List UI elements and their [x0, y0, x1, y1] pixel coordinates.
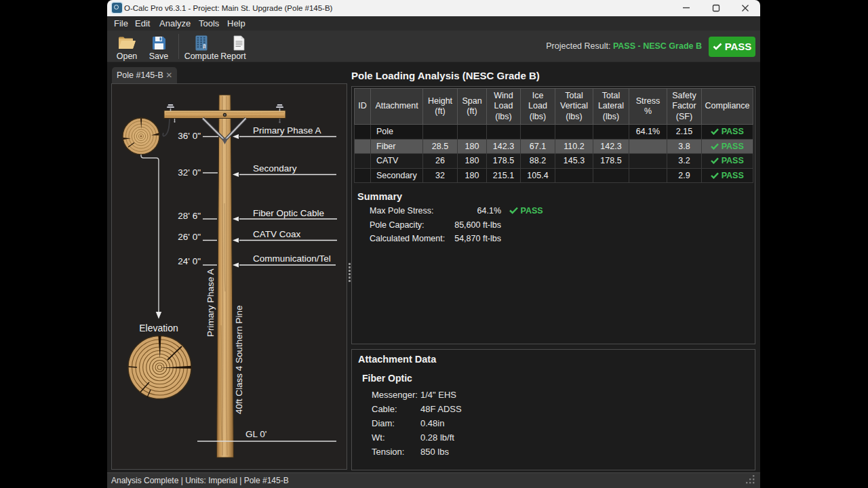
svg-text:40ft Class 4 Southern Pine: 40ft Class 4 Southern Pine: [234, 305, 244, 414]
svg-text:24' 0": 24' 0": [178, 256, 201, 266]
svg-text:Secondary: Secondary: [253, 163, 297, 174]
svg-text:36' 0": 36' 0": [178, 131, 201, 141]
svg-text:GL 0': GL 0': [245, 429, 267, 439]
svg-text:Communication/Tel: Communication/Tel: [253, 253, 331, 264]
svg-text:26' 0": 26' 0": [178, 232, 201, 242]
svg-text:1: 1: [203, 45, 206, 49]
svg-text:28' 6": 28' 6": [178, 211, 201, 221]
svg-text:Fiber Optic Cable: Fiber Optic Cable: [253, 208, 324, 218]
svg-text:32' 0": 32' 0": [178, 167, 201, 178]
svg-text:Elevation: Elevation: [139, 323, 178, 333]
svg-text:Primary Phase A: Primary Phase A: [253, 125, 321, 136]
svg-text:Primary Phase A: Primary Phase A: [205, 268, 216, 337]
svg-text:CATV Coax: CATV Coax: [253, 229, 301, 239]
